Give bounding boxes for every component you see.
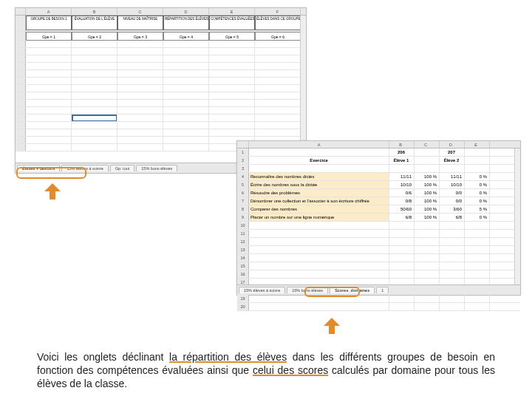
row-number[interactable]: 9 [237, 214, 249, 221]
cell[interactable] [415, 254, 440, 262]
cell[interactable] [465, 254, 490, 262]
cell[interactable] [389, 262, 415, 270]
group-header-cell[interactable]: RÉPARTITION DES ÉLÈVES PAR GROUPE DE BES… [163, 16, 209, 30]
cell[interactable] [389, 222, 415, 229]
row-number[interactable] [16, 70, 26, 77]
cell[interactable] [26, 100, 72, 106]
cell[interactable] [209, 70, 255, 77]
cell[interactable] [249, 303, 389, 310]
cell[interactable] [465, 222, 490, 229]
cell[interactable] [465, 230, 490, 237]
cell[interactable] [415, 230, 440, 237]
col-header[interactable]: A [249, 141, 389, 148]
cell[interactable] [255, 63, 301, 69]
score-fraction[interactable]: 11/11 [440, 173, 465, 180]
cell[interactable] [26, 85, 72, 92]
cell[interactable] [209, 122, 255, 129]
cell[interactable] [72, 41, 117, 47]
cell[interactable] [249, 262, 389, 270]
cell[interactable] [117, 137, 163, 143]
cell[interactable] [209, 92, 255, 99]
score-fraction[interactable]: 10/10 [440, 181, 465, 188]
col-header[interactable]: F [255, 8, 301, 15]
score-percent[interactable]: 0 % [465, 214, 490, 221]
cell[interactable] [72, 85, 117, 92]
cell[interactable] [249, 230, 389, 237]
row-number[interactable] [16, 107, 26, 114]
cell[interactable] [163, 55, 209, 62]
score-percent[interactable]: 100 % [415, 173, 440, 180]
row-number[interactable] [16, 16, 26, 31]
cell[interactable] [72, 48, 117, 55]
cell[interactable] [117, 129, 163, 136]
row-number[interactable]: 4 [237, 173, 249, 180]
sheet-tab[interactable]: 15% bons élèves [136, 165, 177, 171]
row-number[interactable] [16, 144, 26, 151]
cell[interactable] [117, 144, 163, 151]
cell[interactable] [72, 137, 117, 143]
cell[interactable] [163, 100, 209, 106]
cell[interactable] [255, 115, 301, 121]
row-number[interactable] [16, 55, 26, 62]
cell[interactable] [209, 85, 255, 92]
cell[interactable] [163, 115, 209, 121]
cell[interactable] [26, 70, 72, 77]
cell[interactable] [255, 100, 301, 106]
cell[interactable] [163, 92, 209, 99]
score-fraction[interactable]: 10/10 [389, 181, 415, 188]
cell[interactable] [465, 246, 490, 253]
cell[interactable] [117, 92, 163, 99]
score-percent[interactable]: 100 % [415, 181, 440, 188]
sheet-tab[interactable]: Gp. tout [110, 165, 135, 171]
cell[interactable] [249, 270, 389, 278]
group-header-cell[interactable]: ÉLÈVES DANS CE GROUPE DE BESOIN [255, 16, 301, 30]
cell[interactable] [163, 48, 209, 55]
cell[interactable] [26, 144, 72, 151]
cell[interactable] [255, 85, 301, 92]
score-percent[interactable]: 0 % [465, 189, 490, 197]
cell[interactable] [163, 85, 209, 92]
row-number[interactable] [16, 63, 26, 69]
cell[interactable] [209, 63, 255, 69]
cell[interactable] [249, 165, 389, 172]
cell[interactable] [255, 78, 301, 84]
row-number[interactable] [16, 78, 26, 84]
cell[interactable] [209, 107, 255, 114]
cell[interactable] [117, 78, 163, 84]
cell[interactable] [163, 137, 209, 143]
score-percent[interactable]: 5 % [465, 205, 490, 213]
cell[interactable] [249, 222, 389, 229]
row-number[interactable]: 12 [237, 238, 249, 245]
cell[interactable] [249, 254, 389, 262]
row-number[interactable] [16, 122, 26, 129]
row-number[interactable]: 11 [237, 230, 249, 237]
sub-header-cell[interactable]: Gpe = 3 [117, 32, 163, 41]
cell[interactable] [163, 78, 209, 84]
cell[interactable] [117, 107, 163, 114]
cell[interactable] [255, 129, 301, 136]
cell[interactable] [415, 295, 440, 302]
cell[interactable] [415, 157, 440, 164]
sheet-tab[interactable]: 1 [376, 287, 389, 293]
cell[interactable] [249, 246, 389, 253]
col-header[interactable]: B [389, 141, 415, 148]
sub-header-cell[interactable]: Gpe = 1 [26, 32, 72, 41]
cell[interactable] [209, 78, 255, 84]
cell[interactable] [465, 303, 490, 310]
row-number[interactable]: 8 [237, 205, 249, 213]
scrollbar-vertical[interactable] [514, 149, 520, 284]
col-header[interactable]: D [440, 141, 465, 148]
cell[interactable] [26, 92, 72, 99]
cell[interactable] [255, 55, 301, 62]
row-number[interactable]: 10 [237, 222, 249, 229]
cell[interactable] [163, 41, 209, 47]
cell[interactable] [389, 246, 415, 253]
score-fraction[interactable]: 11/11 [389, 173, 415, 180]
cell[interactable] [209, 48, 255, 55]
exercise-label[interactable]: Reconnaître des nombres dictés [249, 173, 389, 180]
cell[interactable] [440, 254, 465, 262]
cell[interactable] [163, 63, 209, 69]
student-num[interactable]: 207 [440, 149, 465, 156]
cell[interactable] [465, 238, 490, 245]
row-number[interactable]: 13 [237, 246, 249, 253]
